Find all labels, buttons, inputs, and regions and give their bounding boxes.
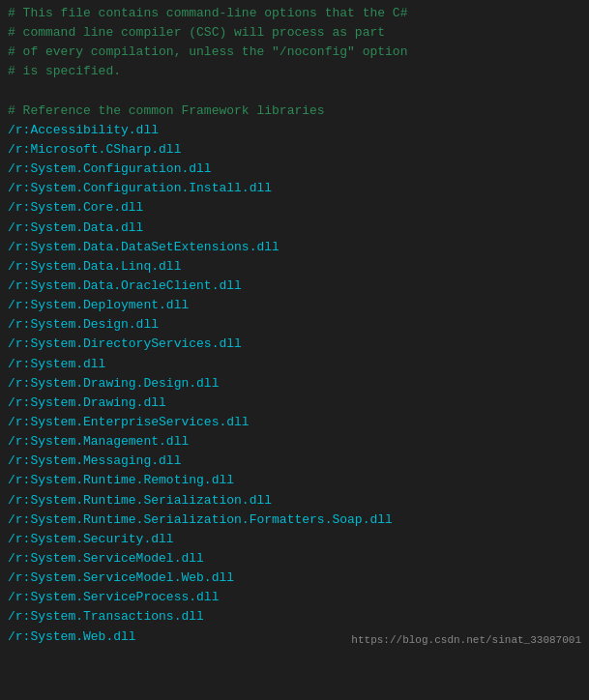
reference-comment: # Reference the common Framework librari… <box>8 102 581 121</box>
ref-line-11: /r:System.DirectoryServices.dll <box>8 335 581 354</box>
blank-line-1 <box>8 82 581 102</box>
ref-line-20: /r:System.Runtime.Serialization.Formatte… <box>8 510 581 530</box>
ref-line-10: /r:System.Design.dll <box>8 315 581 335</box>
ref-line-24: /r:System.ServiceProcess.dll <box>8 588 581 607</box>
ref-line-12: /r:System.dll <box>8 355 581 374</box>
ref-line-5: /r:System.Data.dll <box>8 219 581 238</box>
ref-line-1: /r:Microsoft.CSharp.dll <box>8 140 581 160</box>
ref-line-25: /r:System.Transactions.dll <box>8 607 581 627</box>
ref-line-8: /r:System.Data.OracleClient.dll <box>8 277 581 296</box>
ref-line-9: /r:System.Deployment.dll <box>8 296 581 315</box>
comment-line-3: # of every compilation, unless the "/noc… <box>8 43 581 62</box>
ref-line-18: /r:System.Runtime.Remoting.dll <box>8 471 581 490</box>
ref-line-21: /r:System.Security.dll <box>8 530 581 549</box>
ref-line-19: /r:System.Runtime.Serialization.dll <box>8 491 581 510</box>
comment-line-1: # This file contains command-line option… <box>8 4 581 23</box>
ref-line-23: /r:System.ServiceModel.Web.dll <box>8 569 581 588</box>
ref-line-6: /r:System.Data.DataSetExtensions.dll <box>8 238 581 257</box>
ref-line-2: /r:System.Configuration.dll <box>8 160 581 179</box>
ref-line-15: /r:System.EnterpriseServices.dll <box>8 413 581 432</box>
ref-line-4: /r:System.Core.dll <box>8 198 581 218</box>
ref-line-3: /r:System.Configuration.Install.dll <box>8 179 581 198</box>
comment-line-2: # command line compiler (CSC) will proce… <box>8 23 581 43</box>
ref-line-14: /r:System.Drawing.dll <box>8 394 581 413</box>
watermark: https://blog.csdn.net/sinat_33087001 <box>351 632 581 649</box>
code-container: # This file contains command-line option… <box>0 0 589 651</box>
ref-line-16: /r:System.Management.dll <box>8 432 581 452</box>
ref-line-17: /r:System.Messaging.dll <box>8 452 581 471</box>
ref-line-22: /r:System.ServiceModel.dll <box>8 549 581 569</box>
ref-line-7: /r:System.Data.Linq.dll <box>8 257 581 277</box>
comment-line-4: # is specified. <box>8 62 581 81</box>
ref-line-13: /r:System.Drawing.Design.dll <box>8 374 581 394</box>
ref-line-0: /r:Accessibility.dll <box>8 121 581 140</box>
